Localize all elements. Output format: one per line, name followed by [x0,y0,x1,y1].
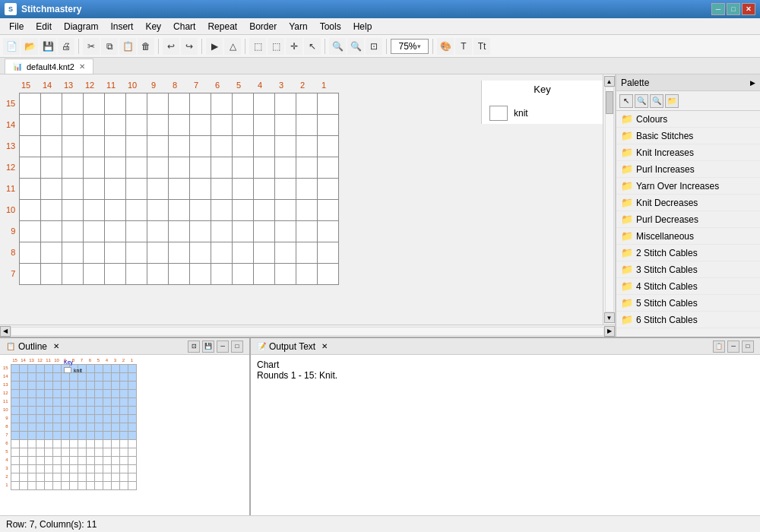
tb-text[interactable]: T [455,38,472,55]
mini-cell[interactable] [11,473,20,482]
mini-cell[interactable] [95,398,103,407]
tb-print[interactable]: 🖨 [58,38,74,55]
mini-cell[interactable] [103,440,112,448]
chart-cell[interactable] [62,157,84,179]
tb-cut[interactable]: ✂ [83,38,100,55]
chart-cell[interactable] [62,136,84,157]
chart-cell[interactable] [62,200,84,221]
chart-cell[interactable] [233,93,254,115]
chart-cell[interactable] [20,136,41,157]
mini-cell[interactable] [112,440,120,448]
chart-cell[interactable] [105,242,126,264]
chart-cell[interactable] [20,115,41,136]
tb-shape[interactable]: △ [224,38,241,55]
mini-cell[interactable] [45,373,53,382]
tb-undo[interactable]: ↩ [163,38,179,55]
mini-cell[interactable] [70,457,78,465]
zoom-display[interactable]: 75% ▾ [391,39,429,54]
chart-cell[interactable] [62,242,84,264]
palette-3stitch-cables[interactable]: 📁 3 Stitch Cables [616,261,760,278]
chart-cell[interactable] [147,93,169,115]
mini-cell[interactable] [112,398,120,407]
mini-cell[interactable] [78,448,87,457]
chart-cell[interactable] [211,93,233,115]
output-close-x[interactable]: ✕ [321,342,328,350]
chart-cell[interactable] [275,242,296,264]
mini-cell[interactable] [128,440,137,448]
mini-cell[interactable] [28,432,36,440]
chart-cell[interactable] [126,136,147,157]
mini-cell[interactable] [112,373,120,382]
mini-cell[interactable] [95,365,103,373]
chart-grid[interactable] [19,93,339,285]
mini-cell[interactable] [103,365,112,373]
chart-cell[interactable] [296,157,318,179]
tb-copy[interactable]: ⧉ [101,38,118,55]
mini-cell[interactable] [45,407,53,415]
mini-cell[interactable] [62,415,70,423]
mini-cell[interactable] [95,432,103,440]
mini-cell[interactable] [11,382,20,390]
chart-cell[interactable] [254,242,275,264]
menu-repeat[interactable]: Repeat [201,20,243,33]
chart-cell[interactable] [275,115,296,136]
chart-cell[interactable] [41,179,62,200]
palette-colours[interactable]: 📁 Colours [616,111,760,128]
chart-cell[interactable] [147,200,169,221]
mini-cell[interactable] [11,415,20,423]
mini-cell[interactable] [95,473,103,482]
mini-cell[interactable] [20,465,28,473]
palette-knit-decreases[interactable]: 📁 Knit Decreases [616,195,760,211]
mini-cell[interactable] [112,432,120,440]
chart-cell[interactable] [147,157,169,179]
v-scroll-thumb[interactable] [606,91,613,114]
mini-cell[interactable] [11,365,20,373]
mini-cell[interactable] [70,482,78,490]
chart-cell[interactable] [147,136,169,157]
mini-cell[interactable] [45,382,53,390]
output-copy[interactable]: 📋 [713,340,725,353]
mini-cell[interactable] [95,382,103,390]
chart-cell[interactable] [254,221,275,242]
mini-cell[interactable] [95,448,103,457]
mini-cell[interactable] [20,390,28,398]
chart-cell[interactable] [105,179,126,200]
chart-cell[interactable] [126,157,147,179]
mini-cell[interactable] [36,423,45,432]
mini-cell[interactable] [70,465,78,473]
mini-cell[interactable] [128,398,137,407]
tb-select2[interactable]: ⬚ [268,38,284,55]
tb-select3[interactable]: ✛ [286,38,302,55]
chart-cell[interactable] [211,136,233,157]
chart-cell[interactable] [318,136,339,157]
mini-cell[interactable] [53,415,62,423]
chart-cell[interactable] [254,93,275,115]
chart-cell[interactable] [169,179,190,200]
chart-cell[interactable] [126,221,147,242]
mini-cell[interactable] [20,382,28,390]
chart-cell[interactable] [84,93,105,115]
chart-cell[interactable] [105,221,126,242]
mini-cell[interactable] [20,407,28,415]
mini-cell[interactable] [120,482,128,490]
mini-cell[interactable] [53,423,62,432]
tb-text2[interactable]: Tt [473,38,490,55]
mini-cell[interactable] [53,457,62,465]
chart-cell[interactable] [254,115,275,136]
tb-open[interactable]: 📂 [21,38,38,55]
mini-cell[interactable] [87,473,95,482]
mini-cell[interactable] [11,423,20,432]
chart-cell[interactable] [84,242,105,264]
mini-cell[interactable] [103,415,112,423]
mini-cell[interactable] [36,432,45,440]
chart-cell[interactable] [41,200,62,221]
palette-folder-btn[interactable]: 📁 [665,94,679,108]
mini-cell[interactable] [20,457,28,465]
chart-cell[interactable] [211,179,233,200]
mini-cell[interactable] [45,448,53,457]
chart-cell[interactable] [84,200,105,221]
chart-cell[interactable] [318,200,339,221]
chart-cell[interactable] [20,157,41,179]
chart-cell[interactable] [84,264,105,285]
mini-cell[interactable] [112,390,120,398]
